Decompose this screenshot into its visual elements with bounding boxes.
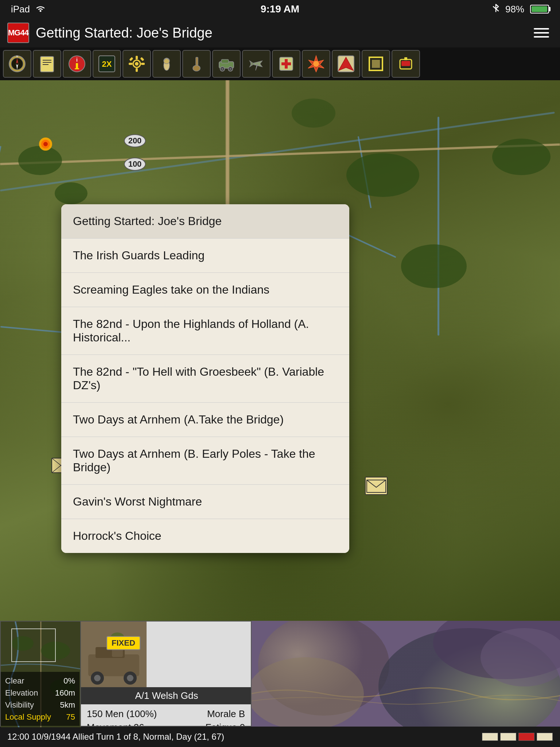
terrain-panel (252, 621, 560, 727)
transport-button[interactable] (212, 50, 241, 78)
status-left: iPad (11, 4, 46, 15)
fatigue-value: Fatigue 0 (206, 722, 245, 727)
sun-marker (33, 131, 58, 157)
plane-button[interactable] (242, 50, 271, 78)
unit-stats: 150 Men (100%) Morale B Movement 26 Fati… (81, 705, 251, 727)
svg-point-48 (43, 142, 48, 146)
tree-8 (292, 98, 335, 128)
footer-indicators (482, 733, 553, 741)
title-bar: MG44 Getting Started: Joe's Bridge (0, 18, 560, 47)
tree-4 (346, 153, 419, 197)
scenario-item-arnhem-a[interactable]: Two Days at Arnhem (A.Take the Bridge) (61, 403, 349, 437)
mini-map[interactable]: Clear 0% Elevation 160m Visibility 5km L… (0, 621, 80, 727)
scenario-item-irish-guards[interactable]: The Irish Guards Leading (61, 239, 349, 273)
svg-point-38 (313, 61, 319, 67)
svg-point-84 (127, 675, 133, 681)
svg-rect-42 (372, 60, 380, 68)
unit-info-panel: FIXED A/1 Welsh Gds 150 Men (100%) Moral… (80, 621, 252, 727)
svg-point-83 (94, 675, 101, 681)
speed2x-button[interactable]: 2X (93, 50, 121, 78)
terrain-image (252, 621, 560, 727)
battery-percent: 98% (505, 4, 524, 15)
movement-value: Movement 26 (87, 722, 144, 727)
select-button[interactable] (362, 50, 390, 78)
scenario-item-horrocks[interactable]: Horrock's Choice (61, 519, 349, 553)
svg-rect-19 (136, 68, 138, 72)
bottom-panel: Clear 0% Elevation 160m Visibility 5km L… (0, 621, 560, 727)
scenario-item-joes-bridge[interactable]: Getting Started: Joe's Bridge (61, 204, 349, 239)
unit-portrait (81, 622, 147, 687)
svg-text:N: N (16, 55, 18, 58)
status-footer: 12:00 10/9/1944 Allied Turn 1 of 8, Norm… (0, 727, 560, 747)
men-count: 150 Men (100%) (87, 708, 157, 720)
page-title: Getting Started: Joe's Bridge (36, 25, 527, 41)
settings-button[interactable] (122, 50, 151, 78)
scenario-item-arnhem-b[interactable]: Two Days at Arnhem (B. Early Poles - Tak… (61, 437, 349, 485)
menu-icon[interactable] (534, 28, 549, 38)
bluetooth-icon (492, 3, 499, 16)
svg-rect-20 (129, 63, 132, 65)
supply-value: 75 (66, 711, 75, 723)
svg-rect-23 (140, 57, 144, 61)
notes-button[interactable] (33, 50, 61, 78)
medical-button[interactable] (272, 50, 300, 78)
indicator-4 (537, 733, 553, 741)
morale-value: Morale B (207, 708, 245, 720)
entrench-button[interactable] (182, 50, 211, 78)
visibility-value: 5km (60, 699, 75, 711)
scenario-item-gavins[interactable]: Gavin's Worst Nightmare (61, 485, 349, 519)
indicator-1 (482, 733, 498, 741)
visibility-label: Visibility (5, 699, 34, 711)
svg-point-0 (40, 10, 42, 12)
power-button[interactable] (392, 50, 420, 78)
svg-rect-12 (76, 63, 78, 68)
clear-value: 0% (63, 675, 75, 687)
svg-rect-13 (75, 68, 79, 69)
compass-button[interactable]: N (3, 50, 31, 78)
svg-rect-29 (221, 59, 229, 63)
supply-label: Local Supply (5, 711, 51, 723)
explosion-button[interactable] (302, 50, 330, 78)
info-button[interactable]: i (63, 50, 91, 78)
svg-rect-45 (401, 61, 410, 66)
svg-text:2X: 2X (102, 59, 112, 69)
unit-envelope[interactable] (365, 476, 388, 497)
map-area[interactable]: 200 100 50 HQ HQ HQ HQ HQ2/2 HQ HQ (0, 80, 560, 621)
scenario-dropdown[interactable]: Getting Started: Joe's BridgeThe Irish G… (61, 204, 349, 553)
elevation-value: 160m (55, 687, 75, 699)
battery-bar (530, 5, 549, 13)
bullet-button[interactable] (152, 50, 181, 78)
svg-point-27 (193, 65, 200, 71)
unit-name-bar: A/1 Welsh Gds (81, 687, 252, 704)
svg-rect-22 (129, 57, 133, 61)
indicator-3 (518, 733, 534, 741)
footer-status-text: 12:00 10/9/1944 Allied Turn 1 of 8, Norm… (7, 732, 224, 742)
status-bar: iPad 9:19 AM 98% (0, 0, 560, 18)
svg-text:i: i (76, 57, 78, 63)
fixed-badge: FIXED (106, 636, 140, 650)
svg-rect-36 (281, 62, 291, 65)
scenario-item-82nd-historical[interactable]: The 82nd - Upon the Highlands of Holland… (61, 307, 349, 355)
svg-point-33 (229, 68, 232, 70)
tree-7 (492, 139, 551, 175)
tree-5 (401, 244, 467, 288)
svg-point-17 (135, 62, 139, 66)
distance-marker-200: 200 (124, 134, 146, 147)
clear-label: Clear (5, 675, 24, 687)
battery-fill (532, 6, 547, 12)
elevation-label: Elevation (5, 687, 38, 699)
svg-rect-44 (404, 57, 407, 60)
device-label: iPad (11, 4, 30, 15)
indicator-2 (500, 733, 516, 741)
app-logo[interactable]: MG44 (7, 23, 29, 43)
scenario-item-screaming-eagles[interactable]: Screaming Eagles take on the Indians (61, 273, 349, 307)
toolbar: N i 2X (0, 47, 560, 80)
svg-point-74 (12, 636, 34, 651)
map-arrow-button[interactable] (332, 50, 360, 78)
svg-rect-18 (136, 56, 138, 59)
wifi-icon (35, 4, 46, 15)
status-right: 98% (492, 3, 549, 16)
scenario-item-82nd-variable[interactable]: The 82nd - "To Hell with Groesbeek" (B. … (61, 355, 349, 403)
mini-map-info: Clear 0% Elevation 160m Visibility 5km L… (1, 672, 79, 726)
status-time: 9:19 AM (261, 3, 299, 15)
